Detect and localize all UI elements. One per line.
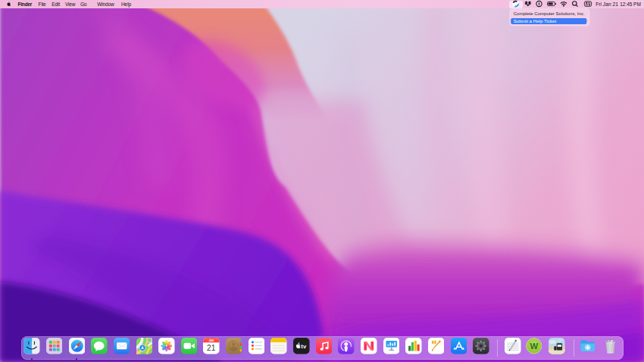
svg-text:tv: tv (301, 343, 307, 350)
svg-text:File: File (39, 2, 47, 7)
svg-text:JAN: JAN (209, 339, 214, 342)
svg-text:Go: Go (80, 2, 87, 7)
svg-text:21: 21 (207, 345, 216, 353)
svg-text:View: View (65, 2, 76, 7)
svg-text:Complete Computer Solutions, I: Complete Computer Solutions, Inc. (514, 11, 585, 16)
svg-text:Finder: Finder (18, 2, 33, 7)
svg-text:12:45 PM: 12:45 PM (620, 2, 641, 7)
svg-text:Edit: Edit (52, 2, 60, 7)
svg-text:Submit a Help Ticket: Submit a Help Ticket (514, 18, 557, 23)
svg-text:W: W (530, 342, 538, 351)
svg-text:Fri Jan 21: Fri Jan 21 (596, 2, 618, 7)
svg-text:Help: Help (121, 2, 131, 8)
svg-text:Window: Window (97, 2, 114, 7)
